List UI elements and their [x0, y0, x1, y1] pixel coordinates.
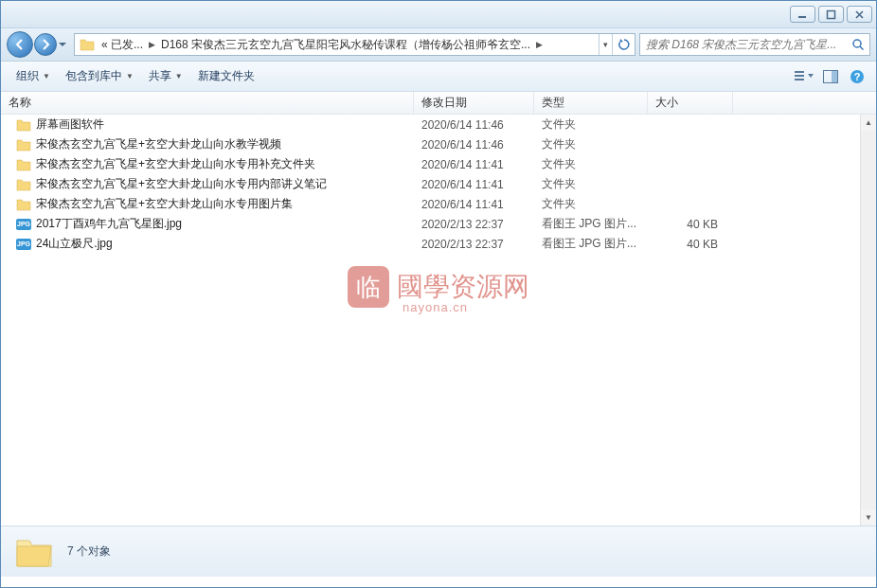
help-button[interactable]: ? [846, 65, 868, 88]
close-button[interactable] [847, 6, 872, 23]
command-bar: 组织▼ 包含到库中▼ 共享▼ 新建文件夹 ? [1, 62, 876, 92]
scroll-up-button[interactable]: ▲ [861, 115, 876, 131]
column-headers: 名称 修改日期 类型 大小 [1, 92, 876, 115]
file-type-cell: 文件夹 [534, 156, 648, 172]
file-row[interactable]: JPG2017丁酉鸡年九宫飞星图.jpg2020/2/13 22:37看图王 J… [1, 214, 876, 234]
watermark: 临 國學资源网 nayona.cn [348, 266, 529, 308]
file-row[interactable]: JPG24山立极尺.jpg2020/2/13 22:37看图王 JPG 图片..… [1, 234, 876, 254]
forward-button[interactable] [34, 33, 57, 56]
status-text: 7 个对象 [67, 543, 111, 560]
svg-point-2 [853, 40, 861, 47]
organize-menu[interactable]: 组织▼ [9, 64, 58, 88]
file-type-cell: 看图王 JPG 图片... [534, 216, 648, 232]
file-type-cell: 文件夹 [534, 176, 648, 192]
window-titlebar [1, 1, 876, 28]
svg-rect-4 [795, 75, 804, 77]
include-menu[interactable]: 包含到库中▼ [58, 64, 141, 88]
file-name-cell: 宋俊杰玄空九宫飞星+玄空大卦龙山向水专用补充文件夹 [1, 156, 414, 172]
file-name: 24山立极尺.jpg [36, 236, 113, 252]
file-type-cell: 文件夹 [534, 196, 648, 212]
file-name: 2017丁酉鸡年九宫飞星图.jpg [36, 216, 182, 232]
scroll-down-button[interactable]: ▼ [861, 509, 876, 526]
jpg-icon: JPG [16, 239, 31, 250]
breadcrumb-arrow-icon[interactable]: ▶ [145, 40, 159, 49]
column-header-date[interactable]: 修改日期 [414, 92, 534, 114]
file-date-cell: 2020/6/14 11:41 [414, 198, 534, 211]
file-name-cell: JPG2017丁酉鸡年九宫飞星图.jpg [1, 216, 414, 232]
column-header-name[interactable]: 名称 [1, 92, 414, 114]
file-type-cell: 文件夹 [534, 136, 648, 152]
refresh-button[interactable] [612, 34, 635, 55]
file-date-cell: 2020/6/14 11:41 [414, 178, 534, 191]
svg-rect-7 [832, 71, 837, 82]
breadcrumb-segment[interactable]: D168 宋俊杰三元玄空九宫飞星阳宅风水秘传课程（增传杨公祖师爷玄空... [159, 34, 532, 55]
file-name: 宋俊杰玄空九宫飞星+玄空大卦龙山向水教学视频 [36, 136, 281, 152]
path-dropdown[interactable]: ▾ [599, 34, 612, 55]
file-date-cell: 2020/6/14 11:46 [414, 118, 534, 132]
file-row[interactable]: 宋俊杰玄空九宫飞星+玄空大卦龙山向水专用补充文件夹2020/6/14 11:41… [1, 154, 876, 174]
folder-icon [78, 35, 97, 54]
history-dropdown[interactable] [57, 35, 68, 54]
scroll-track[interactable] [861, 131, 876, 509]
breadcrumb-arrow-icon[interactable]: ▶ [532, 40, 546, 49]
newfolder-button[interactable]: 新建文件夹 [190, 64, 262, 88]
file-date-cell: 2020/6/14 11:41 [414, 158, 534, 171]
file-date-cell: 2020/2/13 22:37 [414, 218, 534, 231]
file-type-cell: 文件夹 [534, 116, 648, 133]
file-size-cell: 40 KB [648, 218, 733, 231]
search-icon[interactable] [847, 38, 869, 51]
share-menu[interactable]: 共享▼ [141, 64, 190, 88]
file-date-cell: 2020/2/13 22:37 [414, 238, 534, 251]
file-name-cell: 宋俊杰玄空九宫飞星+玄空大卦龙山向水专用图片集 [1, 196, 414, 212]
status-bar: 7 个对象 [1, 526, 876, 577]
file-row[interactable]: 屏幕画图软件2020/6/14 11:46文件夹 [1, 115, 876, 134]
svg-rect-3 [795, 71, 804, 73]
jpg-icon: JPG [16, 219, 31, 230]
minimize-button[interactable] [790, 6, 815, 23]
view-options-button[interactable] [793, 65, 815, 88]
file-name: 屏幕画图软件 [36, 116, 104, 133]
navigation-bar: « 已发... ▶ D168 宋俊杰三元玄空九宫飞星阳宅风水秘传课程（增传杨公祖… [1, 28, 876, 62]
vertical-scrollbar[interactable]: ▲ ▼ [860, 115, 876, 526]
file-name-cell: JPG24山立极尺.jpg [1, 236, 414, 252]
breadcrumb-segment[interactable]: « 已发... [99, 34, 145, 55]
search-input[interactable] [640, 38, 847, 51]
file-size-cell: 40 KB [648, 238, 733, 251]
svg-rect-0 [798, 16, 806, 18]
file-name-cell: 宋俊杰玄空九宫飞星+玄空大卦龙山向水教学视频 [1, 136, 414, 152]
file-date-cell: 2020/6/14 11:46 [414, 138, 534, 151]
file-name: 宋俊杰玄空九宫飞星+玄空大卦龙山向水专用内部讲义笔记 [36, 176, 327, 192]
preview-pane-button[interactable] [819, 65, 842, 88]
column-header-size[interactable]: 大小 [648, 92, 733, 114]
back-button[interactable] [7, 31, 33, 58]
file-row[interactable]: 宋俊杰玄空九宫飞星+玄空大卦龙山向水教学视频2020/6/14 11:46文件夹 [1, 134, 876, 154]
file-name: 宋俊杰玄空九宫飞星+玄空大卦龙山向水专用补充文件夹 [36, 156, 315, 172]
column-header-type[interactable]: 类型 [534, 92, 648, 114]
file-list: 屏幕画图软件2020/6/14 11:46文件夹宋俊杰玄空九宫飞星+玄空大卦龙山… [1, 115, 876, 526]
file-name-cell: 宋俊杰玄空九宫飞星+玄空大卦龙山向水专用内部讲义笔记 [1, 176, 414, 192]
file-row[interactable]: 宋俊杰玄空九宫飞星+玄空大卦龙山向水专用内部讲义笔记2020/6/14 11:4… [1, 174, 876, 194]
file-row[interactable]: 宋俊杰玄空九宫飞星+玄空大卦龙山向水专用图片集2020/6/14 11:41文件… [1, 194, 876, 214]
svg-rect-1 [828, 10, 835, 18]
file-type-cell: 看图王 JPG 图片... [534, 236, 648, 252]
maximize-button[interactable] [818, 6, 844, 23]
file-name: 宋俊杰玄空九宫飞星+玄空大卦龙山向水专用图片集 [36, 196, 293, 212]
folder-large-icon [14, 535, 54, 569]
svg-text:?: ? [854, 71, 861, 82]
address-bar[interactable]: « 已发... ▶ D168 宋俊杰三元玄空九宫飞星阳宅风水秘传课程（增传杨公祖… [74, 33, 635, 56]
search-box[interactable] [639, 33, 870, 56]
svg-rect-5 [795, 79, 804, 80]
file-name-cell: 屏幕画图软件 [1, 116, 414, 133]
